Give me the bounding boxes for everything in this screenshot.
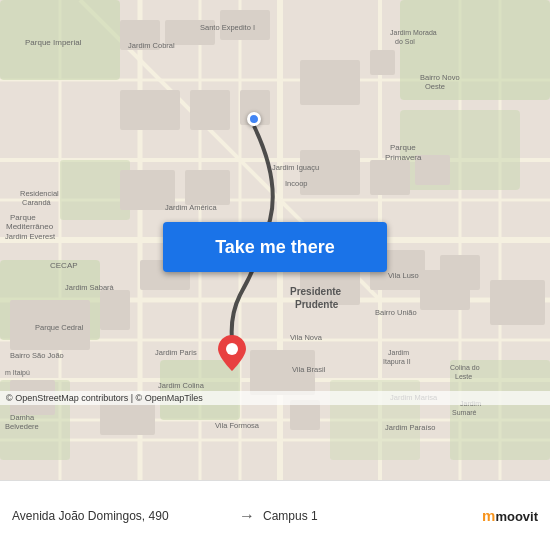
take-me-there-button[interactable]: Take me there [163,222,387,272]
svg-text:Vila Formosa: Vila Formosa [215,421,260,430]
moovit-logo: mmoovit [482,507,538,524]
origin-marker [247,112,261,126]
svg-text:Jardim Colina: Jardim Colina [158,381,205,390]
svg-text:Jardim Cobral: Jardim Cobral [128,41,175,50]
svg-rect-22 [60,160,130,220]
svg-text:Oeste: Oeste [425,82,445,91]
svg-text:Primavera: Primavera [385,153,422,162]
svg-text:Damha: Damha [10,413,35,422]
svg-text:Jardim: Jardim [388,349,409,356]
svg-text:Bairro Novo: Bairro Novo [420,73,460,82]
svg-rect-38 [185,170,230,205]
svg-text:Vila Brasil: Vila Brasil [292,365,326,374]
svg-text:Leste: Leste [455,373,472,380]
svg-text:Vila Nova: Vila Nova [290,333,323,342]
svg-rect-40 [370,160,410,195]
svg-rect-32 [120,90,180,130]
svg-text:Parque Cedral: Parque Cedral [35,323,84,332]
svg-text:Parque: Parque [390,143,416,152]
svg-text:Parque: Parque [10,213,36,222]
svg-text:Jardim Iguaçu: Jardim Iguaçu [272,163,319,172]
svg-text:Santo Expedito I: Santo Expedito I [200,23,255,32]
svg-text:Mediterrâneo: Mediterrâneo [6,222,54,231]
svg-text:Jardim Sabarà: Jardim Sabarà [65,283,115,292]
arrow-icon: → [239,507,255,525]
svg-rect-52 [420,270,470,310]
svg-rect-36 [370,50,395,75]
bottom-bar: Avenida João Domingos, 490 → Campus 1 mm… [0,480,550,550]
map-container: Parque Imperial Jardim Cobral Santo Expe… [0,0,550,480]
svg-rect-33 [190,90,230,130]
svg-text:Residencial: Residencial [20,189,59,198]
svg-text:Itapura II: Itapura II [383,358,411,366]
svg-text:Bairro São João: Bairro São João [10,351,64,360]
svg-text:Bairro União: Bairro União [375,308,417,317]
svg-text:Colina do: Colina do [450,364,480,371]
svg-text:Sumaré: Sumaré [452,409,477,416]
svg-text:Jardim América: Jardim América [165,203,218,212]
svg-text:do Sol: do Sol [395,38,415,45]
svg-text:m Itaipú: m Itaipú [5,369,30,377]
svg-text:Vila Luso: Vila Luso [388,271,419,280]
route-from: Avenida João Domingos, 490 [12,509,231,523]
svg-text:Jardim Everest: Jardim Everest [5,232,56,241]
svg-rect-53 [490,280,545,325]
svg-text:Prudente: Prudente [295,299,339,310]
svg-text:CECAP: CECAP [50,261,78,270]
svg-text:Jardim Morada: Jardim Morada [390,29,437,36]
svg-rect-39 [300,150,360,195]
svg-rect-23 [400,0,550,100]
svg-text:Jardim Paris: Jardim Paris [155,348,197,357]
moovit-text: mmoovit [482,507,538,524]
svg-text:Jardim Paraíso: Jardim Paraíso [385,423,435,432]
svg-text:Carandá: Carandá [22,198,52,207]
svg-rect-43 [100,290,130,330]
map-attribution: © OpenStreetMap contributors | © OpenMap… [0,391,550,405]
svg-text:Belvedere: Belvedere [5,422,39,431]
svg-rect-35 [300,60,360,105]
svg-text:Parque Imperial: Parque Imperial [25,38,82,47]
route-to: Campus 1 [263,509,482,523]
svg-text:Incoop: Incoop [285,179,308,188]
svg-text:Presidente: Presidente [290,286,342,297]
destination-marker [218,335,246,375]
svg-point-97 [226,343,238,355]
